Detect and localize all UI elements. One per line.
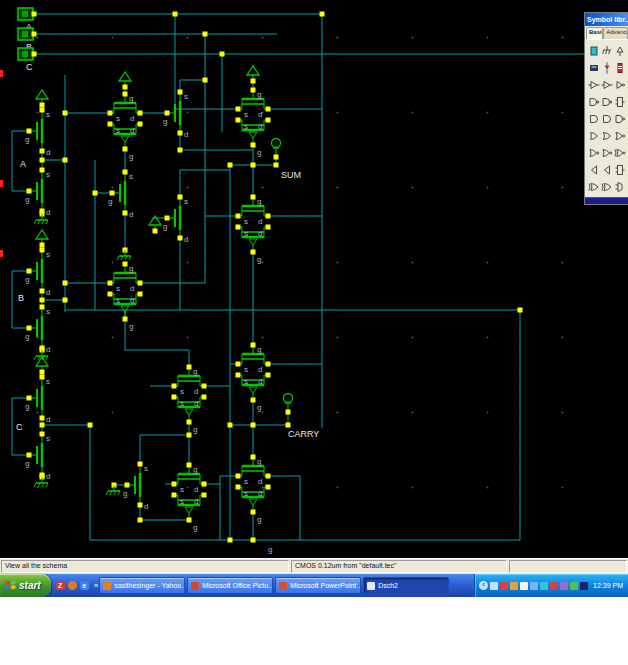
pin [266, 362, 271, 367]
pin [123, 317, 128, 322]
symbol-comparator-2-icon[interactable] [601, 164, 613, 176]
pin [251, 143, 256, 148]
symbol-comparator-icon[interactable] [588, 164, 600, 176]
symbol-buffer-icon[interactable] [588, 79, 600, 91]
schematic-label: s [180, 387, 184, 396]
led-sum[interactable] [272, 139, 281, 148]
symbol-diode-icon[interactable] [601, 62, 613, 74]
symbol-vdd-icon[interactable] [614, 45, 626, 57]
schematic-label: C [26, 62, 33, 72]
schematic-label: d [46, 148, 50, 157]
symbol-resistor-icon[interactable] [614, 96, 626, 108]
symbol-button-icon[interactable] [588, 45, 600, 57]
symbol-ground-icon[interactable] [601, 45, 613, 57]
task-button-3[interactable]: Microsoft PowerPoint ... [275, 577, 361, 594]
schematic-label: d [46, 472, 50, 481]
symbol-nand4-icon[interactable] [614, 113, 626, 125]
ruler-tick [0, 250, 3, 257]
schematic-label: s [129, 172, 133, 181]
pin [236, 107, 241, 112]
schematic-label: d [46, 345, 50, 354]
ruler-tick [0, 180, 3, 187]
system-tray: ‹ 12:39 PM [474, 574, 628, 597]
pmos-arrow [249, 132, 257, 138]
symbol-xor2-icon[interactable] [588, 181, 600, 193]
symbol-buffer-2-icon[interactable] [601, 79, 613, 91]
symbol-xor3-icon[interactable] [601, 181, 613, 193]
screenshot-margin [0, 597, 628, 665]
schematic-label: g [257, 197, 261, 206]
task-button-4[interactable]: Dsch2 [363, 577, 449, 594]
symbol-library-titlebar[interactable]: Symbol libr... X [585, 13, 628, 26]
tray-icon-9[interactable] [570, 582, 578, 590]
pin [320, 12, 325, 17]
schematic-label: d [130, 114, 134, 123]
quicklaunch-1-icon[interactable]: Z [56, 581, 65, 590]
schematic-label: d [258, 217, 262, 226]
tray-icon-5[interactable] [530, 582, 538, 590]
symbol-xnor2-icon[interactable] [614, 147, 626, 159]
schematic-label: C [16, 422, 23, 432]
schematic-label: g [25, 459, 29, 468]
schematic-label: g [193, 367, 197, 376]
symbol-and3-icon[interactable] [601, 113, 613, 125]
symbol-or3-icon[interactable] [601, 130, 613, 142]
schematic-label: g [257, 345, 261, 354]
pin [40, 248, 45, 253]
schematic-label: s [244, 477, 248, 486]
symbol-and2-icon[interactable] [588, 113, 600, 125]
task-button-1[interactable]: sasithesinger - Yahoo... [99, 577, 185, 594]
quicklaunch-3-icon[interactable]: e [80, 581, 89, 590]
tray-icon-8[interactable] [560, 582, 568, 590]
pin [251, 163, 256, 168]
pin [266, 474, 271, 479]
tab-basic[interactable]: Basic [586, 27, 603, 39]
pin [108, 281, 113, 286]
schematic-label: d [258, 477, 262, 486]
tray-icon-3[interactable] [510, 582, 518, 590]
schematic-canvas[interactable]: sgdsgdsgdsgdsgdsgdsgdsgdsgdsgdggsdsdggsd… [0, 0, 628, 558]
symbol-or2-icon[interactable] [588, 130, 600, 142]
task-button-label: Microsoft PowerPoint ... [290, 582, 361, 589]
tray-icon-7[interactable] [550, 582, 558, 590]
pin [251, 195, 256, 200]
tray-icon-2[interactable] [500, 582, 508, 590]
pin [40, 432, 45, 437]
schematic-label: s [244, 110, 248, 119]
symbol-nor4-icon[interactable] [601, 147, 613, 159]
symbol-led-icon[interactable] [614, 62, 626, 74]
pin [93, 191, 98, 196]
tab-advanced[interactable]: Advanced [603, 27, 628, 39]
pin [251, 79, 256, 84]
schematic-label: s [244, 229, 248, 238]
pin [32, 52, 37, 57]
symbol-keyboard-icon[interactable] [588, 62, 600, 74]
led-carry[interactable] [284, 394, 293, 403]
symbol-mux-icon[interactable] [614, 181, 626, 193]
pin [251, 510, 256, 515]
task-button-2[interactable]: Microsoft Office Pictu... [187, 577, 273, 594]
tray-icon-1[interactable] [490, 582, 498, 590]
tray-icon-6[interactable] [540, 582, 548, 590]
symbol-nor2-icon[interactable] [614, 130, 626, 142]
schematic-label: d [258, 229, 262, 238]
pin [228, 163, 233, 168]
symbol-register-icon[interactable] [614, 164, 626, 176]
start-button[interactable]: start [0, 574, 51, 597]
schematic-label: g [163, 117, 167, 126]
symbol-inverter-icon[interactable] [614, 79, 626, 91]
symbol-nand3-icon[interactable] [601, 96, 613, 108]
pin [251, 423, 256, 428]
quicklaunch-2-icon[interactable] [68, 581, 77, 590]
pin [27, 269, 32, 274]
schematic-label: g [123, 489, 127, 498]
symbol-nand2-icon[interactable] [588, 96, 600, 108]
tray-chevron-icon[interactable]: ‹ [479, 581, 488, 590]
pin [251, 398, 256, 403]
symbol-nor3-icon[interactable] [588, 147, 600, 159]
pin [518, 308, 523, 313]
pin [40, 158, 45, 163]
tray-icon-10[interactable] [580, 582, 588, 590]
tray-icon-4[interactable] [520, 582, 528, 590]
schematic-label: d [130, 126, 134, 135]
